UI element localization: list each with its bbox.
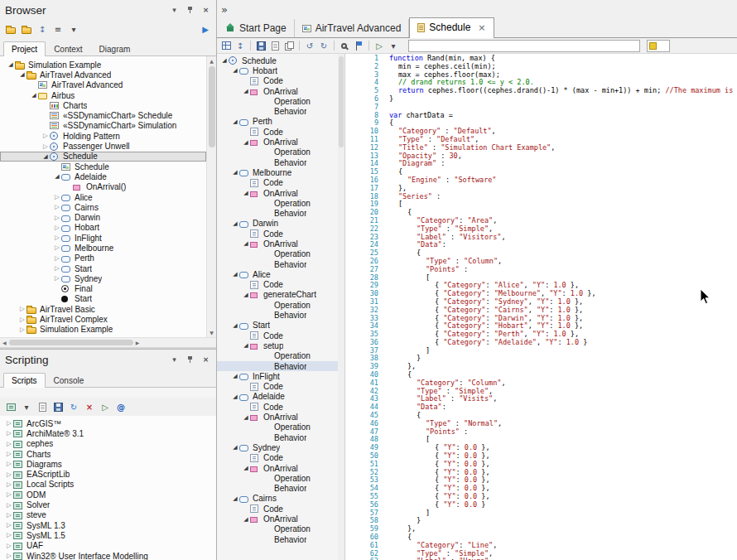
structure-tree-item[interactable]: Operation [217, 524, 344, 534]
structure-tree-item[interactable]: ◢Start [217, 321, 344, 331]
structure-tree-item[interactable]: Operation [217, 198, 344, 208]
expander-closed-icon[interactable]: ▷ [53, 274, 61, 282]
expander-open-icon[interactable]: ◢ [242, 464, 250, 472]
browser-tree-item[interactable]: ▷Alice [0, 192, 206, 202]
expander-open-icon[interactable]: ◢ [231, 168, 239, 176]
structure-tree-item[interactable]: ◢Melbourne [217, 167, 344, 177]
expander-closed-icon[interactable]: ▷ [53, 193, 61, 201]
code-line[interactable]: 36{ "Category": "Adelaide", "Y": 1.0 } [345, 339, 737, 347]
document-tab-airtravel-advanced[interactable]: AirTravel Advanced [295, 19, 410, 37]
structure-tree-item[interactable]: ◢InFlight [217, 371, 344, 381]
model-forward-icon[interactable]: ▶ [200, 23, 211, 36]
script-group-item[interactable]: ▷Diagrams [0, 459, 216, 469]
script-group-item[interactable]: ▷Solver [0, 500, 216, 509]
scroll-left-icon[interactable]: ◀ [2, 340, 7, 345]
code-line[interactable]: 9{ [345, 119, 737, 128]
structure-tree-item[interactable]: Behavior [217, 432, 344, 442]
structure-tree-item[interactable]: Behavior [217, 534, 344, 544]
page-icon[interactable] [269, 40, 281, 52]
structure-tree-item[interactable]: ◢setup [217, 340, 344, 350]
structure-tree-item[interactable]: Code [217, 504, 344, 514]
code-line[interactable]: 31{ "Category": "Sydney", "Y": 1.0 }, [345, 298, 737, 307]
expander-closed-icon[interactable]: ▷ [5, 490, 13, 499]
tree-view-icon[interactable] [220, 40, 232, 52]
expander-open-icon[interactable]: ◢ [231, 270, 239, 278]
browser-tree-item[interactable]: ▷Passenger Unwell [0, 141, 206, 151]
browser-tree-item[interactable]: ▷Melbourne [0, 243, 206, 253]
editor-search-input[interactable] [408, 40, 640, 52]
browser-tree-item[interactable]: ◢Airbus [0, 90, 206, 100]
expander-closed-icon[interactable]: ▷ [53, 203, 61, 211]
code-line[interactable]: 26"Type" : "Column", [345, 258, 737, 266]
expander-closed-icon[interactable]: ▷ [53, 264, 61, 273]
find-icon[interactable] [339, 40, 350, 52]
code-line[interactable]: 18"Series" : [345, 193, 737, 201]
code-line[interactable]: 59}, [345, 525, 737, 533]
refresh-icon[interactable]: ↻ [68, 401, 79, 413]
new-model-icon[interactable] [5, 23, 17, 36]
structure-tree-item[interactable]: Code [217, 76, 344, 86]
script-group-item[interactable]: ▷ArchiMate® 3.1 [0, 428, 216, 438]
new-package-icon[interactable] [21, 23, 32, 36]
close-tab-icon[interactable]: × [478, 22, 485, 33]
structure-tree-item[interactable]: Operation [217, 147, 344, 157]
code-line[interactable]: 17}, [345, 185, 737, 193]
browser-tab-diagram[interactable]: Diagram [91, 41, 139, 56]
expander-open-icon[interactable]: ◢ [231, 66, 239, 75]
save-icon[interactable] [52, 401, 64, 413]
play-icon[interactable]: ▷ [373, 40, 385, 52]
script-group-item[interactable]: ▷SysML 1.5 [0, 530, 216, 540]
structure-tree-item[interactable]: ◢OnArrival [217, 412, 344, 422]
structure-tree-item[interactable]: Operation [217, 422, 344, 432]
new-group-icon[interactable] [5, 401, 17, 413]
structure-tree-item[interactable]: ◢Schedule [217, 56, 344, 65]
hamburger-menu-icon[interactable]: ≡ [52, 23, 64, 36]
structure-tree-item[interactable]: ◢OnArrival [217, 514, 344, 524]
code-line[interactable]: 16"Engine" : "Software" [345, 176, 737, 185]
expander-open-icon[interactable]: ◢ [242, 138, 250, 147]
structure-tree-item[interactable]: ◢Hobart [217, 65, 344, 75]
code-line[interactable]: 21"Category": "Area", [345, 217, 737, 225]
expander-closed-icon[interactable]: ▷ [5, 480, 13, 489]
save-icon[interactable] [255, 40, 267, 52]
browser-tree-item[interactable]: ◢Simulation Example [0, 60, 206, 70]
browser-tree-item[interactable]: Charts [0, 100, 206, 110]
browser-tree-item[interactable]: ▷AirTravel Basic [0, 304, 206, 314]
browser-horizontal-scrollbar[interactable]: ◀ ▶ [0, 337, 216, 347]
script-group-item[interactable]: ▷EAScriptLib [0, 469, 216, 479]
document-tab-schedule[interactable]: Schedule× [409, 17, 494, 38]
expander-closed-icon[interactable]: ▷ [5, 440, 13, 448]
code-line[interactable]: 28[ [345, 274, 737, 282]
structure-tree-item[interactable]: Behavior [217, 310, 344, 320]
expander-closed-icon[interactable]: ▷ [5, 531, 13, 539]
expander-open-icon[interactable]: ◢ [231, 220, 239, 228]
code-line[interactable]: 14"Diagram" : [345, 160, 737, 168]
code-line[interactable]: 60{ [345, 533, 737, 542]
browser-tree-item[interactable]: ▷Holding Pattern [0, 131, 206, 141]
console-icon[interactable]: @ [115, 401, 127, 413]
dropdown-icon[interactable]: ▾ [21, 401, 32, 413]
structure-tree-item[interactable]: Behavior [217, 106, 344, 116]
code-line[interactable]: 4// drand returns 1.0 <= y < 2.0. [345, 79, 737, 87]
code-line[interactable]: 12"Title" : "Simulation Chart Example", [345, 144, 737, 152]
code-line[interactable]: 34{ "Category": "Hobart", "Y": 1.0 }, [345, 322, 737, 331]
expander-open-icon[interactable]: ◢ [53, 172, 61, 181]
expander-open-icon[interactable]: ◢ [242, 87, 250, 95]
code-line[interactable]: 27"Points" : [345, 266, 737, 274]
code-line[interactable]: 3max = cephes.floor(max); [345, 71, 737, 80]
structure-tree-item[interactable]: Code [217, 382, 344, 392]
code-line[interactable]: 62"Type" : "Simple", [345, 550, 737, 558]
expander-closed-icon[interactable]: ▷ [53, 244, 61, 252]
code-line[interactable]: 51{ "Y": 0.0 }, [345, 461, 737, 469]
script-group-item[interactable]: ▷UAF [0, 541, 216, 551]
code-line[interactable]: 43"Label" : "Visits", [345, 395, 737, 403]
code-line[interactable]: 35{ "Category": "Perth", "Y": 1.0 }, [345, 331, 737, 339]
expander-closed-icon[interactable]: ▷ [5, 501, 13, 509]
expander-closed-icon[interactable]: ▷ [5, 542, 13, 550]
expander-closed-icon[interactable]: ▷ [5, 419, 13, 427]
scroll-right-icon[interactable]: ▶ [136, 340, 140, 345]
code-line[interactable]: 5return cephes.floor((cephes.drand()-1) … [345, 87, 737, 95]
structure-tree-item[interactable]: Code [217, 402, 344, 412]
browser-tree-item[interactable]: «SSDynamicChart» Schedule [0, 110, 206, 120]
expander-open-icon[interactable]: ◢ [41, 152, 50, 161]
